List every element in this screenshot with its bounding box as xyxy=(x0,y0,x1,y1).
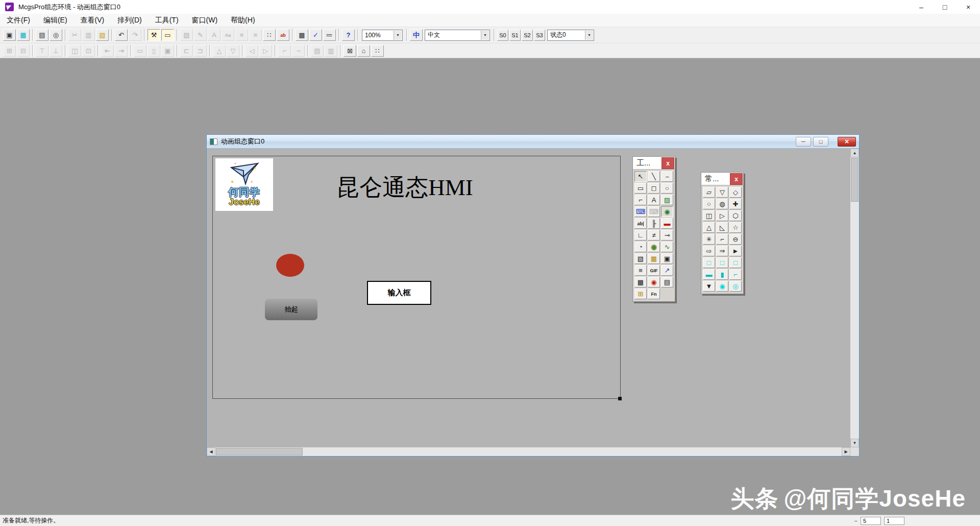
trapezoid-symbol-icon[interactable]: ▽ xyxy=(716,187,728,198)
canvas-heading[interactable]: 昆仑通态HMI xyxy=(292,172,517,203)
alarm-tool-icon[interactable]: ◉ xyxy=(648,277,660,288)
designer-minimize-button[interactable]: ─ xyxy=(796,137,811,147)
bubble-symbol-icon[interactable]: ◍ xyxy=(716,199,728,209)
vertical-scroll-thumb[interactable] xyxy=(851,158,859,202)
toolbox-titlebar[interactable]: 工... x xyxy=(633,157,675,170)
ellipse-tool-icon[interactable]: ○ xyxy=(661,183,673,194)
symbols-titlebar[interactable]: 常... x xyxy=(701,173,743,185)
bitmap-tool-icon[interactable]: ▨ xyxy=(661,195,673,205)
menu-view[interactable]: 查看(V) xyxy=(74,16,111,25)
designer-maximize-button[interactable]: □ xyxy=(813,137,828,147)
menu-help[interactable]: 帮助(H) xyxy=(224,16,261,25)
menu-file[interactable]: 文件(F) xyxy=(0,16,37,25)
paste-icon[interactable]: ▧ xyxy=(96,29,109,41)
scroll-left-icon[interactable]: ◀ xyxy=(207,447,215,456)
text-check-icon[interactable]: ab xyxy=(277,29,289,41)
label-tool-icon[interactable]: A xyxy=(648,195,660,205)
roundrect-tool-icon[interactable]: ◻ xyxy=(648,183,660,194)
state-select[interactable]: 状态0 ▼ xyxy=(547,30,594,41)
plot-tool-icon[interactable]: ▧ xyxy=(634,253,647,264)
arrow-thick-symbol-icon[interactable]: ⇒ xyxy=(716,246,728,256)
clock-tool-icon[interactable]: ◔ xyxy=(634,242,647,252)
roundrect-symbol-icon[interactable]: ○ xyxy=(703,199,715,209)
arrow-solid-symbol-icon[interactable]: ► xyxy=(729,246,742,256)
workbench-icon[interactable]: ▭ xyxy=(161,29,174,41)
vbar-symbol-icon[interactable]: ▮ xyxy=(716,269,728,280)
frame1-symbol-icon[interactable]: □ xyxy=(703,257,715,268)
minimize-button[interactable]: – xyxy=(910,0,933,14)
animation-tool-icon[interactable]: ◉ xyxy=(661,206,673,217)
hbar-symbol-icon[interactable]: ▬ xyxy=(703,269,715,280)
select-tool-icon[interactable]: ↖ xyxy=(634,171,647,182)
symbols-panel[interactable]: 常... x ▱▽◇○◍✚◫▷⬡△◺☆✳⌐⊖⇨⇒►□□□▬▮⌐▼◉◎ xyxy=(701,172,744,294)
menu-edit[interactable]: 编辑(E) xyxy=(37,16,74,25)
new-window-icon[interactable]: ▣ xyxy=(3,29,16,41)
line-tool-icon[interactable]: ╲ xyxy=(648,171,660,182)
gear-symbol-icon[interactable]: ✳ xyxy=(703,234,715,245)
designer-canvas[interactable]: 何同学 JoseHe 昆仑通态HMI 抬起 输入框 ▲ ▼ ◀ ▶ xyxy=(207,149,859,456)
frame3-symbol-icon[interactable]: □ xyxy=(729,257,742,268)
designer-close-button[interactable]: × xyxy=(838,137,856,147)
input-box-widget[interactable]: 输入框 xyxy=(367,281,431,305)
logo-image[interactable]: 何同学 JoseHe xyxy=(215,158,273,211)
undo-icon[interactable]: ↶ xyxy=(115,29,128,41)
help-icon[interactable]: ? xyxy=(342,29,355,41)
designer-titlebar[interactable]: 动画组态窗口0 ─ □ × xyxy=(207,135,859,149)
symbols-close-icon[interactable]: x xyxy=(730,173,743,185)
window-widget-tool-icon[interactable]: ⊞ xyxy=(634,289,647,299)
device-window-tool-icon[interactable]: ⌨ xyxy=(634,206,647,217)
grid-toggle-icon[interactable]: ∷ xyxy=(263,29,276,41)
chevron-down-icon[interactable]: ▼ xyxy=(394,31,402,40)
menu-window[interactable]: 窗口(W) xyxy=(185,16,225,25)
chevron-down-icon[interactable]: ▼ xyxy=(481,31,489,40)
archive-tool-icon[interactable]: ▣ xyxy=(661,253,673,264)
triangle-symbol-icon[interactable]: △ xyxy=(703,222,715,233)
toolbox-panel[interactable]: 工... x ↖╲⌢▭◻○⌐A▨⌨⌨◉ab|╟▬∟≠⊸◔◉∿▧▦▣≡GIF↗▩◉… xyxy=(632,156,675,302)
chart-axes-tool-icon[interactable]: ↗ xyxy=(661,265,673,276)
cross-symbol-icon[interactable]: ✚ xyxy=(729,199,742,209)
horizontal-scrollbar[interactable]: ◀ ▶ xyxy=(207,447,850,456)
corner-pipe-tool-icon[interactable]: ∟ xyxy=(634,230,647,241)
report-tool-icon[interactable]: ▤ xyxy=(661,277,673,288)
chevron-down-icon[interactable]: ▼ xyxy=(585,31,593,40)
language-select[interactable]: 中文 ▼ xyxy=(425,30,490,41)
ring-led-symbol-icon[interactable]: ◎ xyxy=(729,281,742,292)
scroll-right-icon[interactable]: ▶ xyxy=(842,447,850,456)
polyline-tool-icon[interactable]: ⌐ xyxy=(634,195,647,205)
function-tool-icon[interactable]: Fn xyxy=(648,289,660,299)
arrow-outline-symbol-icon[interactable]: ⇨ xyxy=(703,246,715,256)
state-s1-button[interactable]: S1 xyxy=(509,30,521,41)
tools-icon[interactable]: ⚒ xyxy=(148,29,160,41)
print-icon[interactable]: ▤ xyxy=(36,29,48,41)
menu-arrange[interactable]: 排列(D) xyxy=(111,16,148,25)
pipe-tool-icon[interactable]: ≠ xyxy=(648,230,660,241)
list-box-tool-icon[interactable]: ≡ xyxy=(634,265,647,276)
resize-handle[interactable] xyxy=(618,397,622,400)
pin-icon[interactable]: ⊠ xyxy=(344,45,356,57)
horizontal-scroll-thumb[interactable] xyxy=(216,448,303,456)
vertical-scrollbar[interactable]: ▲ ▼ xyxy=(850,149,859,447)
ime-icon[interactable]: 中 xyxy=(410,29,423,41)
elbow-pipe-symbol-icon[interactable]: ⌐ xyxy=(716,234,728,245)
lift-button[interactable]: 抬起 xyxy=(265,299,317,320)
pentagon-symbol-icon[interactable]: ▷ xyxy=(716,210,728,221)
free-table-tool-icon[interactable]: ▦ xyxy=(648,253,660,264)
confirm-icon[interactable]: ✓ xyxy=(309,29,322,41)
gif-tool-icon[interactable]: GIF xyxy=(648,265,660,276)
scale-tool-icon[interactable]: ╟ xyxy=(648,218,660,229)
diamond-symbol-icon[interactable]: ◇ xyxy=(729,187,742,198)
state-s0-button[interactable]: S0 xyxy=(497,30,508,41)
state-s3-button[interactable]: S3 xyxy=(534,30,545,41)
state-s2-button[interactable]: S2 xyxy=(522,30,533,41)
print-preview-icon[interactable]: ◎ xyxy=(50,29,62,41)
right-triangle-symbol-icon[interactable]: ◺ xyxy=(716,222,728,233)
expand-list-icon[interactable]: ≔ xyxy=(323,29,336,41)
snap-icon[interactable]: ⌂ xyxy=(357,45,370,57)
toolbox-close-icon[interactable]: x xyxy=(662,157,674,169)
save-icon[interactable]: ▦ xyxy=(17,29,30,41)
zoom-select[interactable]: 100% ▼ xyxy=(362,30,403,41)
maximize-button[interactable]: □ xyxy=(933,0,957,14)
frame2-symbol-icon[interactable]: □ xyxy=(716,257,728,268)
input-box-tool-icon[interactable]: ab| xyxy=(634,218,647,229)
knob-tool-icon[interactable]: ⊸ xyxy=(661,230,673,241)
